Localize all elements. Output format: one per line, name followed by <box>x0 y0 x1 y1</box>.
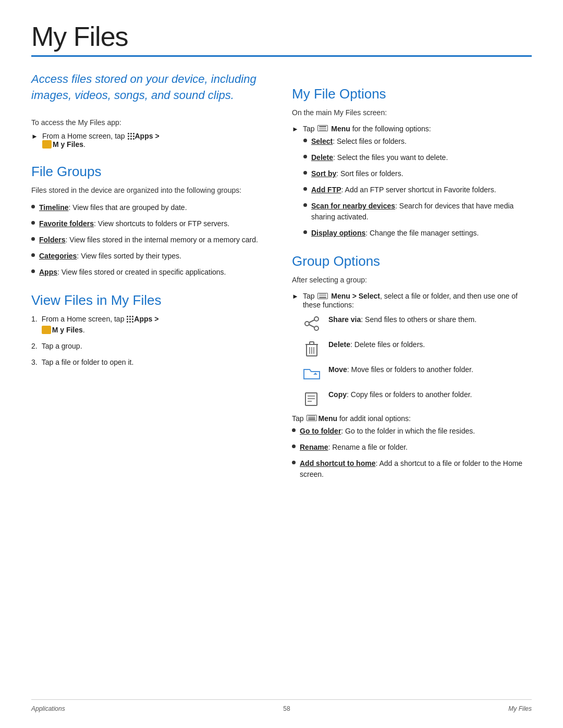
file-options-list: Select: Select files or folders. Delete:… <box>292 136 532 239</box>
move-row: Move: Move files or folders to another f… <box>302 364 532 383</box>
item-text: Add shortcut to home: Add a shortcut to … <box>300 458 532 480</box>
page-title: My Files <box>31 21 532 52</box>
term-rename: Rename <box>300 443 328 451</box>
bullet-dot <box>292 445 296 448</box>
delete-icon <box>302 339 321 358</box>
bullet-dot <box>31 237 35 241</box>
apps-icon <box>126 315 133 323</box>
delete-term: Delete <box>328 340 350 349</box>
step-text: Tap a file or folder to open it. <box>42 357 134 368</box>
numbered-item: 2. Tap a group. <box>31 341 271 352</box>
bullet-dot <box>303 203 307 207</box>
step-number: 2. <box>31 341 38 352</box>
list-item: Select: Select files or folders. <box>303 136 532 147</box>
bullet-dot <box>303 155 307 158</box>
myfiles-folder-icon <box>42 326 51 334</box>
menu-icon <box>307 415 317 422</box>
right-column: My File Options On the main My Files scr… <box>292 71 532 485</box>
svg-rect-7 <box>310 342 314 344</box>
delete-svg <box>305 340 319 357</box>
additional-options-list: Go to folder: Go to the folder in which … <box>292 426 532 480</box>
bullet-dot <box>31 253 35 257</box>
bullet-dot <box>303 171 307 175</box>
list-item: Timeline: View files that are grouped by… <box>31 202 271 213</box>
view-files-list: 1. From a Home screen, tap Apps > M y Fi… <box>31 314 271 368</box>
list-item: Add FTP: Add an FTP server shortcut in F… <box>303 184 532 195</box>
bullet-dot <box>303 139 307 142</box>
term-delete: Delete <box>311 153 333 162</box>
bullet-dot <box>303 187 307 191</box>
item-text: Add FTP: Add an FTP server shortcut in F… <box>311 184 496 195</box>
bullet-dot <box>31 269 35 273</box>
item-text: Sort by: Sort files or folders. <box>311 168 403 179</box>
share-svg <box>304 316 320 331</box>
step-number: 1. <box>31 314 38 325</box>
copy-icon <box>302 389 321 408</box>
term-addshortcut: Add shortcut to home <box>300 459 375 467</box>
arrow-icon: ► <box>31 132 38 140</box>
group-options-heading: Group Options <box>292 253 532 269</box>
term-goto: Go to folder <box>300 427 341 435</box>
share-row: Share via: Send files to others or share… <box>302 314 532 333</box>
term-sortby: Sort by <box>311 169 336 178</box>
bullet-dot <box>292 428 296 432</box>
move-text: Move: Move files or folders to another f… <box>328 364 473 375</box>
footer: Applications 58 My Files <box>31 699 532 712</box>
bullet-dot <box>31 205 35 208</box>
svg-point-1 <box>305 322 309 326</box>
step-text: Tap a group. <box>42 341 82 352</box>
footer-right: My Files <box>508 705 532 712</box>
copy-term: Copy <box>328 390 347 399</box>
footer-left: Applications <box>31 705 65 712</box>
svg-marker-11 <box>313 373 317 375</box>
term-display: Display options <box>311 229 365 237</box>
delete-text: Delete: Delete files or folders. <box>328 339 425 350</box>
copy-svg <box>304 391 319 406</box>
step-number: 3. <box>31 357 38 368</box>
list-item: Add shortcut to home: Add a shortcut to … <box>292 458 532 480</box>
term-favorite: Favorite folders <box>39 219 94 228</box>
two-column-layout: Access files stored on your device, incl… <box>31 71 532 485</box>
function-rows: Share via: Send files to others or share… <box>292 314 532 408</box>
share-icon <box>302 314 321 333</box>
item-text: Go to folder: Go to the folder in which … <box>300 426 475 437</box>
my-file-options-heading: My File Options <box>292 86 532 102</box>
share-term: Share via <box>328 315 361 324</box>
list-item: Delete: Select the files you want to del… <box>303 152 532 163</box>
page: My Files Access files stored on your dev… <box>0 0 563 728</box>
item-text: Scan for nearby devices: Search for devi… <box>311 201 532 223</box>
term-select: Select <box>311 137 333 145</box>
item-text: Folders: View files stored in the intern… <box>39 235 258 245</box>
term-apps: Apps <box>39 268 57 276</box>
svg-point-2 <box>314 326 319 330</box>
move-icon <box>302 364 321 383</box>
move-svg <box>303 366 321 381</box>
list-item: Sort by: Sort files or folders. <box>303 168 532 179</box>
menu-step: ► Tap Menu for the following options: <box>292 125 532 133</box>
menu-step-text: Tap Menu for the following options: <box>303 125 431 133</box>
group-options-intro: After selecting a group: <box>292 275 532 286</box>
term-folders: Folders <box>39 236 66 244</box>
item-text: Delete: Select the files you want to del… <box>311 152 448 163</box>
bullet-dot <box>31 221 35 225</box>
copy-text: Copy: Copy files or folders to another f… <box>328 389 472 400</box>
move-term: Move <box>328 365 347 374</box>
delete-row: Delete: Delete files or folders. <box>302 339 532 358</box>
access-intro: To access the My Files app: <box>31 118 271 127</box>
term-addftp: Add FTP <box>311 186 341 194</box>
my-file-options-intro: On the main My Files screen: <box>292 107 532 118</box>
svg-line-3 <box>309 320 314 323</box>
file-groups-heading: File Groups <box>31 164 271 180</box>
view-files-heading: View Files in My Files <box>31 292 271 309</box>
list-item: Apps: View files stored or created in sp… <box>31 267 271 278</box>
arrow-icon: ► <box>292 125 299 133</box>
item-text: Rename: Rename a file or folder. <box>300 442 408 453</box>
list-item: Display options: Change the file manager… <box>303 228 532 239</box>
left-column: Access files stored on your device, incl… <box>31 71 271 485</box>
term-scan: Scan for nearby devices <box>311 202 395 210</box>
item-text: Timeline: View files that are grouped by… <box>39 202 187 213</box>
term-categories: Categories <box>39 252 77 260</box>
file-groups-intro: Files stored in the device are organized… <box>31 185 271 196</box>
list-item: Favorite folders: View shortcuts to fold… <box>31 218 271 229</box>
access-step-text: From a Home screen, tap Apps > M y Files… <box>42 132 160 150</box>
